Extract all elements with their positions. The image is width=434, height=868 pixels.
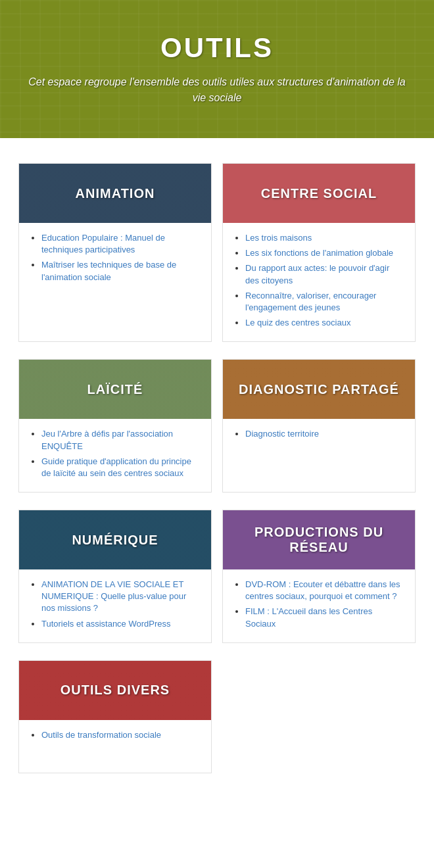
card-productions-list: DVD-ROM : Ecouter et débattre dans les c… — [233, 579, 404, 630]
grid-row-4: OUTILS DIVERS Outils de transformation s… — [13, 655, 421, 779]
list-item: ANIMATION DE LA VIE SOCIALE ET NUMERIQUE… — [41, 579, 201, 615]
empty-cell — [222, 660, 416, 773]
link[interactable]: Les trois maisons — [245, 233, 312, 243]
list-item: Le quiz des centres sociaux — [245, 317, 404, 329]
card-laicite-list: Jeu l'Arbre à défis par l'association EN… — [30, 428, 201, 479]
list-item: Les trois maisons — [245, 232, 404, 244]
card-diagnostic-list: Diagnostic territoire — [233, 428, 404, 440]
grid-row-3: NUMÉRIQUE ANIMATION DE LA VIE SOCIALE ET… — [13, 504, 421, 648]
list-item: Reconnaître, valoriser, encourager l'eng… — [245, 290, 404, 314]
list-item: Guide pratique d'application du principe… — [41, 456, 201, 479]
grid-row-2: LAÏCITÉ Jeu l'Arbre à défis par l'associ… — [13, 354, 421, 498]
main-content: ANIMATION Education Populaire : Manuel d… — [0, 138, 434, 798]
list-item: Education Populaire : Manuel de techniqu… — [41, 232, 201, 256]
link[interactable]: FILM : L'Accueil dans les Centres Sociau… — [245, 606, 372, 628]
list-item: Outils de transformation sociale — [41, 729, 201, 741]
list-item: Du rapport aux actes: le pouvoir d'agir … — [245, 262, 404, 286]
card-productions: PRODUCTIONS DU RÉSEAU DVD-ROM : Ecouter … — [222, 510, 416, 643]
list-item: DVD-ROM : Ecouter et débattre dans les c… — [245, 579, 404, 602]
card-animation-title: ANIMATION — [69, 186, 162, 201]
link[interactable]: DVD-ROM : Ecouter et débattre dans les c… — [245, 579, 400, 601]
card-diagnostic-body: Diagnostic territoire — [223, 419, 415, 471]
link[interactable]: Les six fonctions de l'animation globale — [245, 248, 393, 258]
grid-row-1: ANIMATION Education Populaire : Manuel d… — [13, 158, 421, 347]
card-laicite-body: Jeu l'Arbre à défis par l'association EN… — [19, 419, 211, 492]
link[interactable]: Jeu l'Arbre à défis par l'association EN… — [41, 429, 173, 450]
card-centre-social-list: Les trois maisons Les six fonctions de l… — [233, 232, 404, 329]
card-laicite-title: LAÏCITÉ — [81, 382, 150, 397]
card-animation-body: Education Populaire : Manuel de techniqu… — [19, 223, 211, 296]
link[interactable]: Diagnostic territoire — [245, 429, 319, 439]
card-laicite: LAÏCITÉ Jeu l'Arbre à défis par l'associ… — [18, 359, 212, 493]
card-diagnostic-title: DIAGNOSTIC PARTAGÉ — [232, 382, 406, 397]
card-outils-divers-body: Outils de transformation sociale — [19, 720, 211, 773]
list-item: Tutoriels et assistance WordPress — [41, 618, 201, 630]
card-animation-header: ANIMATION — [19, 164, 211, 223]
card-outils-divers-list: Outils de transformation sociale — [30, 729, 201, 741]
link[interactable]: Maîtriser les techniques de base de l'an… — [41, 260, 176, 281]
card-productions-body: DVD-ROM : Ecouter et débattre dans les c… — [223, 569, 415, 642]
card-animation-list: Education Populaire : Manuel de techniqu… — [30, 232, 201, 283]
card-laicite-header: LAÏCITÉ — [19, 360, 211, 419]
hero-title: OUTILS — [26, 32, 408, 64]
list-item: Les six fonctions de l'animation globale — [245, 247, 404, 259]
card-productions-title: PRODUCTIONS DU RÉSEAU — [223, 525, 415, 555]
hero-content: OUTILS Cet espace regroupe l'ensemble de… — [0, 32, 434, 106]
card-numerique-list: ANIMATION DE LA VIE SOCIALE ET NUMERIQUE… — [30, 579, 201, 630]
list-item: Jeu l'Arbre à défis par l'association EN… — [41, 428, 201, 452]
card-outils-divers-title: OUTILS DIVERS — [54, 683, 176, 698]
link[interactable]: ANIMATION DE LA VIE SOCIALE ET NUMERIQUE… — [41, 579, 186, 613]
list-item: Diagnostic territoire — [245, 428, 404, 440]
link[interactable]: Le quiz des centres sociaux — [245, 318, 350, 327]
card-centre-social-body: Les trois maisons Les six fonctions de l… — [223, 223, 415, 341]
hero-subtitle: Cet espace regroupe l'ensemble des outil… — [26, 74, 408, 106]
card-outils-divers-header: OUTILS DIVERS — [19, 661, 211, 720]
card-centre-social-header: CENTRE SOCIAL — [223, 164, 415, 223]
card-diagnostic: DIAGNOSTIC PARTAGÉ Diagnostic territoire — [222, 359, 416, 493]
card-centre-social-title: CENTRE SOCIAL — [254, 186, 383, 201]
link[interactable]: Guide pratique d'application du principe… — [41, 456, 191, 478]
link[interactable]: Tutoriels et assistance WordPress — [41, 619, 171, 629]
card-numerique-header: NUMÉRIQUE — [19, 510, 211, 569]
list-item: Maîtriser les techniques de base de l'an… — [41, 259, 201, 283]
link[interactable]: Education Populaire : Manuel de techniqu… — [41, 233, 165, 254]
card-centre-social: CENTRE SOCIAL Les trois maisons Les six … — [222, 163, 416, 342]
card-animation: ANIMATION Education Populaire : Manuel d… — [18, 163, 212, 342]
card-numerique: NUMÉRIQUE ANIMATION DE LA VIE SOCIALE ET… — [18, 510, 212, 643]
link[interactable]: Outils de transformation sociale — [41, 730, 161, 740]
card-outils-divers: OUTILS DIVERS Outils de transformation s… — [18, 660, 212, 773]
list-item: FILM : L'Accueil dans les Centres Sociau… — [245, 606, 404, 629]
card-diagnostic-header: DIAGNOSTIC PARTAGÉ — [223, 360, 415, 419]
card-numerique-body: ANIMATION DE LA VIE SOCIALE ET NUMERIQUE… — [19, 569, 211, 642]
card-productions-header: PRODUCTIONS DU RÉSEAU — [223, 510, 415, 569]
link[interactable]: Reconnaître, valoriser, encourager l'eng… — [245, 291, 376, 312]
card-numerique-title: NUMÉRIQUE — [65, 533, 164, 548]
link[interactable]: Du rapport aux actes: le pouvoir d'agir … — [245, 263, 389, 285]
hero-banner: OUTILS Cet espace regroupe l'ensemble de… — [0, 0, 434, 138]
